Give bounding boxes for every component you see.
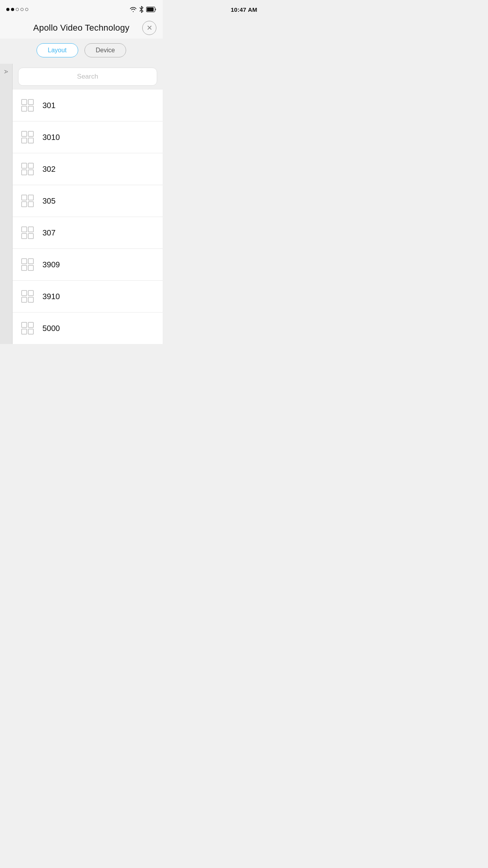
grid-icon	[20, 289, 35, 303]
svg-rect-12	[22, 170, 27, 175]
close-icon: ✕	[147, 24, 152, 31]
svg-rect-7	[28, 131, 33, 136]
grid-icon	[20, 257, 35, 272]
svg-rect-31	[28, 322, 33, 327]
grid-icon	[20, 98, 35, 112]
svg-rect-2	[22, 99, 27, 105]
svg-rect-21	[28, 234, 33, 239]
grid-icon	[20, 130, 35, 144]
item-label: 307	[42, 228, 55, 237]
svg-rect-32	[22, 329, 27, 334]
page-title: Apollo Video Technology	[33, 23, 130, 33]
svg-rect-4	[22, 106, 27, 111]
svg-rect-27	[28, 291, 33, 296]
item-label: 5000	[42, 324, 60, 333]
signal-dot-2	[11, 8, 14, 11]
tab-layout[interactable]: Layout	[37, 43, 78, 57]
list-item[interactable]: 301	[13, 90, 163, 121]
signal-dot-3	[16, 8, 19, 11]
tab-bar: Layout Device	[0, 39, 163, 64]
svg-rect-23	[28, 259, 33, 264]
list-item[interactable]: 3910	[13, 281, 163, 313]
svg-rect-29	[28, 297, 33, 302]
signal-dot-4	[20, 8, 24, 11]
signal-dots	[6, 8, 28, 11]
svg-rect-25	[28, 265, 33, 270]
list-item[interactable]: 302	[13, 153, 163, 185]
signal-dot-1	[6, 8, 9, 11]
item-label: 302	[42, 165, 55, 174]
item-label: 3909	[42, 260, 60, 269]
svg-rect-17	[28, 202, 33, 207]
svg-rect-9	[28, 138, 33, 143]
main-container: A 301	[0, 64, 163, 344]
content-area: 301 3010	[13, 64, 163, 344]
item-label: 301	[42, 101, 55, 110]
svg-rect-10	[22, 163, 27, 168]
search-container	[13, 64, 163, 90]
sidebar-hint-text: A	[3, 70, 9, 74]
layout-list: 301 3010	[13, 90, 163, 344]
item-label: 3010	[42, 133, 60, 142]
grid-icon	[20, 226, 35, 240]
list-item[interactable]: 307	[13, 217, 163, 249]
item-label: 305	[42, 197, 55, 206]
list-item[interactable]: 3010	[13, 121, 163, 153]
list-item[interactable]: 5000	[13, 313, 163, 344]
svg-rect-19	[28, 227, 33, 232]
svg-rect-24	[22, 265, 27, 270]
wifi-icon	[130, 7, 137, 12]
search-input[interactable]	[25, 73, 150, 81]
svg-rect-28	[22, 297, 27, 302]
svg-rect-26	[22, 291, 27, 296]
svg-rect-5	[28, 106, 33, 111]
battery-icon	[146, 7, 156, 12]
signal-dot-5	[25, 8, 28, 11]
grid-icon	[20, 194, 35, 208]
svg-rect-14	[22, 195, 27, 200]
sidebar-hint: A	[0, 64, 13, 344]
search-input-wrap	[18, 68, 157, 86]
svg-rect-22	[22, 259, 27, 264]
svg-rect-11	[28, 163, 33, 168]
list-item[interactable]: 305	[13, 185, 163, 217]
item-label: 3910	[42, 292, 60, 301]
svg-rect-8	[22, 138, 27, 143]
grid-icon	[20, 162, 35, 176]
svg-rect-3	[28, 99, 33, 105]
svg-rect-18	[22, 227, 27, 232]
svg-rect-15	[28, 195, 33, 200]
svg-rect-20	[22, 234, 27, 239]
svg-rect-6	[22, 131, 27, 136]
list-item[interactable]: 3909	[13, 249, 163, 281]
close-button[interactable]: ✕	[142, 21, 156, 35]
svg-rect-16	[22, 202, 27, 207]
svg-rect-33	[28, 329, 33, 334]
svg-rect-1	[147, 7, 154, 11]
status-right-icons	[130, 6, 156, 13]
header: Apollo Video Technology ✕	[0, 17, 163, 39]
svg-rect-13	[28, 170, 33, 175]
bluetooth-icon	[139, 6, 144, 13]
svg-rect-30	[22, 322, 27, 327]
grid-icon	[20, 321, 35, 335]
tab-device[interactable]: Device	[84, 43, 127, 57]
status-bar: 10:47 AM	[0, 0, 163, 17]
